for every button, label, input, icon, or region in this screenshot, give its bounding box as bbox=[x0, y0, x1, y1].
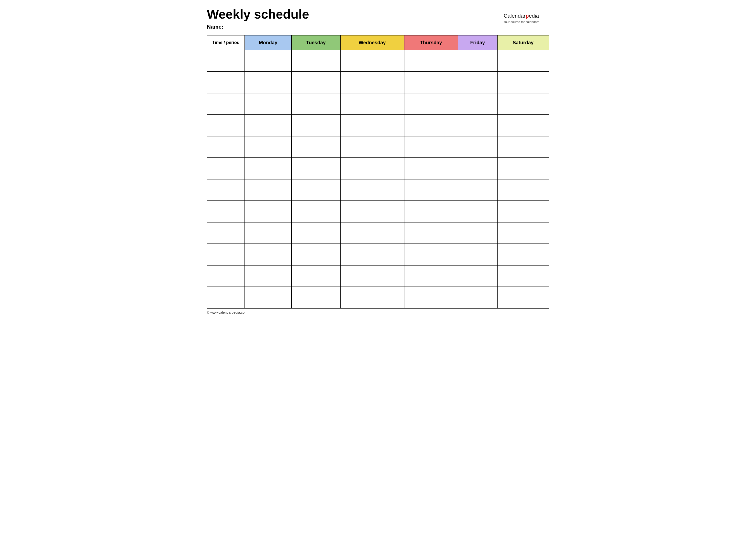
schedule-cell[interactable] bbox=[245, 158, 292, 179]
page-title: Weekly schedule bbox=[207, 7, 549, 21]
schedule-cell[interactable] bbox=[245, 136, 292, 158]
logo-part2-red: p bbox=[526, 13, 529, 19]
schedule-cell[interactable] bbox=[340, 222, 404, 244]
schedule-cell[interactable] bbox=[404, 136, 458, 158]
schedule-cell[interactable] bbox=[458, 50, 497, 72]
schedule-cell[interactable] bbox=[458, 287, 497, 308]
table-row bbox=[207, 93, 549, 115]
schedule-cell[interactable] bbox=[340, 244, 404, 265]
schedule-cell[interactable] bbox=[497, 50, 549, 72]
logo-tagline: Your source for calendars bbox=[503, 20, 539, 24]
schedule-cell[interactable] bbox=[291, 50, 340, 72]
schedule-cell[interactable] bbox=[291, 222, 340, 244]
time-cell[interactable] bbox=[207, 158, 245, 179]
schedule-cell[interactable] bbox=[291, 72, 340, 93]
schedule-cell[interactable] bbox=[245, 222, 292, 244]
schedule-cell[interactable] bbox=[404, 50, 458, 72]
schedule-cell[interactable] bbox=[245, 72, 292, 93]
schedule-cell[interactable] bbox=[497, 222, 549, 244]
time-cell[interactable] bbox=[207, 72, 245, 93]
schedule-cell[interactable] bbox=[245, 287, 292, 308]
schedule-cell[interactable] bbox=[340, 72, 404, 93]
schedule-cell[interactable] bbox=[404, 244, 458, 265]
schedule-cell[interactable] bbox=[291, 287, 340, 308]
logo-part2-rest: edia bbox=[529, 13, 539, 19]
schedule-cell[interactable] bbox=[458, 179, 497, 201]
schedule-cell[interactable] bbox=[291, 158, 340, 179]
name-label: Name: bbox=[207, 24, 549, 30]
schedule-cell[interactable] bbox=[291, 265, 340, 287]
schedule-cell[interactable] bbox=[340, 201, 404, 222]
schedule-cell[interactable] bbox=[404, 287, 458, 308]
schedule-cell[interactable] bbox=[404, 115, 458, 136]
schedule-cell[interactable] bbox=[458, 201, 497, 222]
table-row bbox=[207, 72, 549, 93]
schedule-cell[interactable] bbox=[340, 115, 404, 136]
logo-brand: Calendarpedia bbox=[503, 12, 539, 20]
schedule-cell[interactable] bbox=[340, 287, 404, 308]
schedule-cell[interactable] bbox=[458, 93, 497, 115]
col-header-thursday: Thursday bbox=[404, 35, 458, 50]
time-cell[interactable] bbox=[207, 50, 245, 72]
schedule-cell[interactable] bbox=[497, 287, 549, 308]
schedule-cell[interactable] bbox=[458, 244, 497, 265]
schedule-cell[interactable] bbox=[497, 158, 549, 179]
schedule-cell[interactable] bbox=[291, 179, 340, 201]
time-cell[interactable] bbox=[207, 201, 245, 222]
time-cell[interactable] bbox=[207, 244, 245, 265]
time-cell[interactable] bbox=[207, 115, 245, 136]
schedule-cell[interactable] bbox=[497, 93, 549, 115]
time-cell[interactable] bbox=[207, 179, 245, 201]
schedule-cell[interactable] bbox=[404, 201, 458, 222]
schedule-cell[interactable] bbox=[458, 136, 497, 158]
time-cell[interactable] bbox=[207, 287, 245, 308]
schedule-cell[interactable] bbox=[404, 265, 458, 287]
schedule-cell[interactable] bbox=[404, 72, 458, 93]
schedule-cell[interactable] bbox=[497, 136, 549, 158]
schedule-cell[interactable] bbox=[245, 50, 292, 72]
time-cell[interactable] bbox=[207, 265, 245, 287]
schedule-cell[interactable] bbox=[245, 115, 292, 136]
col-header-friday: Friday bbox=[458, 35, 497, 50]
time-cell[interactable] bbox=[207, 222, 245, 244]
schedule-cell[interactable] bbox=[404, 93, 458, 115]
schedule-cell[interactable] bbox=[497, 115, 549, 136]
schedule-cell[interactable] bbox=[497, 201, 549, 222]
schedule-cell[interactable] bbox=[340, 158, 404, 179]
schedule-cell[interactable] bbox=[291, 244, 340, 265]
schedule-cell[interactable] bbox=[340, 265, 404, 287]
schedule-cell[interactable] bbox=[340, 50, 404, 72]
schedule-cell[interactable] bbox=[458, 222, 497, 244]
schedule-cell[interactable] bbox=[458, 72, 497, 93]
schedule-cell[interactable] bbox=[245, 244, 292, 265]
schedule-cell[interactable] bbox=[245, 93, 292, 115]
header-row: Time / period Monday Tuesday Wednesday T… bbox=[207, 35, 549, 50]
table-row bbox=[207, 244, 549, 265]
schedule-cell[interactable] bbox=[404, 179, 458, 201]
schedule-cell[interactable] bbox=[291, 201, 340, 222]
schedule-cell[interactable] bbox=[340, 136, 404, 158]
schedule-cell[interactable] bbox=[404, 222, 458, 244]
schedule-cell[interactable] bbox=[497, 179, 549, 201]
schedule-cell[interactable] bbox=[245, 265, 292, 287]
schedule-cell[interactable] bbox=[340, 93, 404, 115]
time-cell[interactable] bbox=[207, 136, 245, 158]
schedule-cell[interactable] bbox=[291, 93, 340, 115]
schedule-cell[interactable] bbox=[458, 265, 497, 287]
schedule-cell[interactable] bbox=[497, 244, 549, 265]
col-header-saturday: Saturday bbox=[497, 35, 549, 50]
schedule-cell[interactable] bbox=[291, 115, 340, 136]
page-wrapper: Calendarpedia Your source for calendars … bbox=[207, 7, 549, 315]
schedule-cell[interactable] bbox=[245, 201, 292, 222]
time-cell[interactable] bbox=[207, 93, 245, 115]
schedule-cell[interactable] bbox=[458, 158, 497, 179]
schedule-cell[interactable] bbox=[245, 179, 292, 201]
table-row bbox=[207, 222, 549, 244]
schedule-cell[interactable] bbox=[404, 158, 458, 179]
table-row bbox=[207, 265, 549, 287]
schedule-cell[interactable] bbox=[291, 136, 340, 158]
schedule-cell[interactable] bbox=[497, 72, 549, 93]
schedule-cell[interactable] bbox=[340, 179, 404, 201]
schedule-cell[interactable] bbox=[497, 265, 549, 287]
schedule-cell[interactable] bbox=[458, 115, 497, 136]
